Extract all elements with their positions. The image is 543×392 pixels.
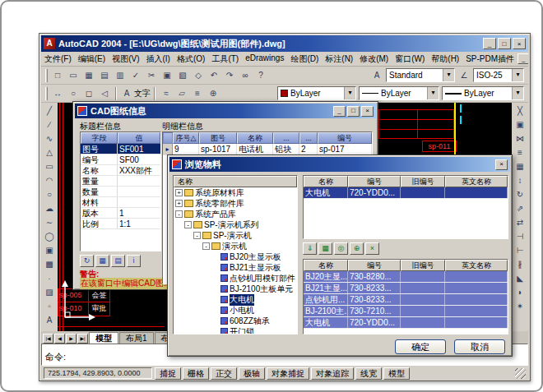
browse-dialog-titlebar[interactable]: 浏览物料 ×	[169, 157, 510, 172]
line-icon[interactable]: ╱	[42, 104, 57, 118]
selected-row[interactable]: BJ21主显...730-8233...	[304, 283, 508, 294]
point-icon[interactable]: ∙	[42, 272, 57, 285]
mirror-icon[interactable]: ⋈	[513, 132, 527, 145]
rectangle-icon[interactable]: ▭	[42, 160, 57, 173]
menu-item[interactable]: 工具(T)	[208, 52, 242, 67]
polyline-icon[interactable]: ∿	[42, 132, 57, 145]
extend-icon[interactable]: ⊢	[513, 244, 527, 257]
ellipse-icon[interactable]: ◯	[42, 230, 57, 243]
tree-item-parts-lib[interactable]: + 系统零部件库	[174, 198, 297, 209]
tab-model[interactable]: 模型	[89, 332, 118, 344]
menu-item[interactable]: 格式(O)	[174, 52, 208, 67]
detail-column-header[interactable]: ...	[273, 132, 299, 144]
polar-toggle[interactable]: 极轴	[239, 367, 265, 380]
expand-toggle-icon[interactable]: +	[175, 189, 183, 196]
osnap-toggle[interactable]: 对象捕捉	[267, 367, 309, 380]
zoom-realtime-icon[interactable]: ○	[66, 86, 81, 101]
scale-icon[interactable]: ⇗	[513, 202, 527, 215]
tree-item-raw-material-lib[interactable]: + 系统原材料库	[174, 187, 297, 198]
detail-column-header[interactable]: ...	[299, 132, 318, 144]
tab-prev-button[interactable]: ◀	[54, 334, 65, 344]
tree-item-bj20-board[interactable]: BJ20主显示板	[174, 251, 297, 262]
copy-object-icon[interactable]: ▣	[513, 118, 527, 131]
menu-item[interactable]: 插入(I)	[142, 52, 173, 67]
toolbar-grip[interactable]	[45, 69, 48, 82]
menu-item[interactable]: SP-PDM插件	[462, 52, 517, 67]
chevron-down-icon[interactable]: ▾	[344, 87, 355, 99]
plot-icon[interactable]: ▤	[97, 68, 112, 83]
tree-item-small-motor[interactable]: 小电机	[174, 305, 297, 316]
trim-icon[interactable]: ⊣	[513, 230, 527, 243]
resize-grip[interactable]	[515, 368, 526, 379]
browse-close-button[interactable]: ×	[495, 159, 508, 170]
result-column-header[interactable]: 编号	[348, 176, 401, 187]
polygon-icon[interactable]: △	[42, 146, 57, 159]
selected-row[interactable]: 大电机720-YDD0...	[304, 317, 508, 329]
menu-item[interactable]: 文件(F)	[41, 52, 75, 67]
search-icon[interactable]: ⊕	[350, 242, 364, 255]
selected-row[interactable]: BJ-2100主...730-7210...	[304, 306, 508, 317]
grid-toggle[interactable]: 栅格	[183, 367, 209, 380]
open-icon[interactable]: ▭	[66, 68, 81, 83]
menu-item[interactable]: 帮助(H)	[428, 52, 462, 67]
selected-column-header[interactable]: 英文名称	[445, 260, 508, 271]
tree-item-product-lib[interactable]: - 系统产品库	[174, 209, 297, 219]
redo-icon[interactable]: ↷	[222, 68, 237, 83]
menu-item[interactable]: 标注(N)	[322, 52, 356, 67]
chevron-down-icon[interactable]: ▾	[512, 69, 523, 81]
expand-toggle-icon[interactable]: +	[175, 200, 183, 207]
doc-minimize-button[interactable]: _	[517, 53, 528, 64]
tree-item-bj2100-board[interactable]: BJ-2100主板单元	[174, 284, 297, 294]
detail-column-header[interactable]: 序号△	[173, 132, 199, 144]
coordinate-readout[interactable]: 725.1794, 429.8903, 0.0000	[44, 367, 152, 379]
spline-icon[interactable]: ∼	[42, 216, 57, 229]
result-row[interactable]: 大电机720-YDD0...	[304, 187, 508, 199]
fields-table-row[interactable]: 材料	[81, 197, 160, 208]
chevron-down-icon[interactable]: ▾	[427, 87, 439, 99]
plot-preview-icon[interactable]: ▥	[113, 68, 128, 83]
menu-item[interactable]: 绘图(D)	[287, 52, 322, 67]
menu-item[interactable]: eDrawings	[242, 52, 287, 67]
fields-table-row[interactable]: 图号SF001	[81, 144, 160, 154]
match-properties-icon[interactable]: ◇	[191, 68, 206, 83]
rotate-icon[interactable]: ↻	[513, 188, 527, 201]
save-info-icon[interactable]: ▦	[95, 255, 109, 267]
dim-style-combo[interactable]: ISO-25 ▾	[473, 68, 524, 82]
command-prompt[interactable]: 命令:	[45, 351, 66, 363]
view-detail-icon[interactable]: ◎	[334, 242, 348, 255]
selected-column-header[interactable]: 旧编号	[401, 260, 445, 271]
fields-table-row[interactable]: 名称XXX部件	[81, 165, 160, 176]
tab-next-button[interactable]: ▶	[66, 334, 77, 344]
close-button[interactable]: ×	[513, 38, 526, 49]
cad-close-button[interactable]: ×	[361, 106, 374, 117]
menu-item[interactable]: 修改(M)	[356, 52, 392, 67]
lineweight-toggle[interactable]: 线宽	[355, 367, 382, 380]
circle-icon[interactable]: ○	[42, 188, 57, 201]
area-icon[interactable]: ▱	[174, 86, 189, 101]
detail-column-header[interactable]: 编号	[318, 132, 372, 144]
chevron-down-icon[interactable]: ▾	[443, 69, 454, 81]
detail-table-row[interactable]: ▸ 9sp-1017电话机铝块2sp-017	[163, 144, 372, 155]
arc-icon[interactable]: ◠	[42, 174, 57, 187]
remove-icon[interactable]: ×	[365, 242, 379, 255]
paste-icon[interactable]: ▧	[175, 68, 190, 83]
tree-item-door-lock[interactable]: 开门锁	[174, 326, 297, 334]
save-icon[interactable]: ▦	[81, 68, 96, 83]
array-icon[interactable]: ▦	[513, 160, 527, 173]
copy-icon[interactable]: ▣	[160, 68, 174, 83]
add-to-selection-icon[interactable]: ⇓	[303, 242, 317, 255]
tab-first-button[interactable]: |◀	[43, 334, 53, 344]
tree-column-header[interactable]: 名称	[174, 176, 297, 187]
insert-block-icon[interactable]: ▣	[42, 244, 57, 257]
tab-last-button[interactable]: ▶|	[77, 334, 88, 344]
add-all-icon[interactable]: ▦	[318, 242, 332, 255]
fields-table-row[interactable]: 编号SF00	[81, 154, 160, 165]
fields-table-row[interactable]: 数量	[81, 187, 160, 197]
menu-item[interactable]: 窗口(W)	[392, 52, 428, 67]
refresh-icon[interactable]: ↻	[80, 255, 94, 267]
pan-icon[interactable]: ↔	[50, 86, 65, 101]
explode-icon[interactable]: ✶	[513, 300, 527, 313]
revcloud-icon[interactable]: ☁	[42, 202, 57, 215]
make-block-icon[interactable]: ▩	[42, 258, 57, 271]
expand-toggle-icon[interactable]: -	[184, 221, 192, 228]
